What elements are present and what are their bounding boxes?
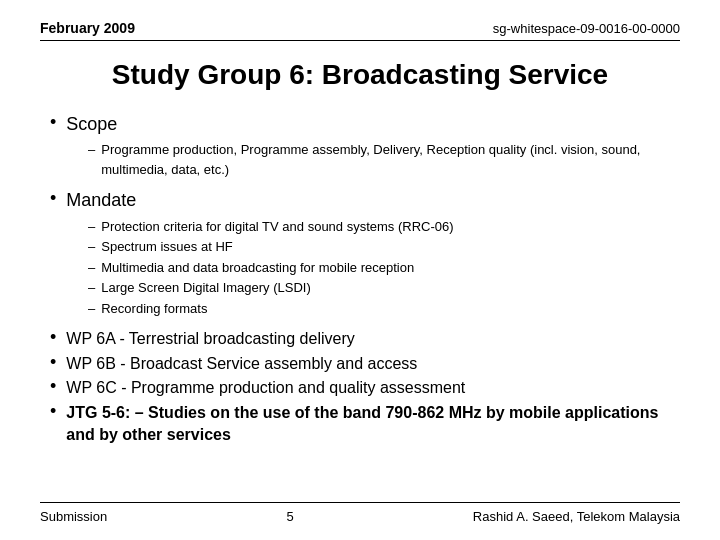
scope-sub-1: – Programme production, Programme assemb… bbox=[88, 140, 670, 179]
mandate-sub-3: – Multimedia and data broadcasting for m… bbox=[88, 258, 670, 278]
wp-text-0: WP 6A - Terrestrial broadcasting deliver… bbox=[66, 328, 354, 350]
wp-dot-2: • bbox=[50, 375, 56, 398]
wp-text-2: WP 6C - Programme production and quality… bbox=[66, 377, 465, 399]
scope-label: Scope bbox=[66, 113, 117, 136]
mandate-dot: • bbox=[50, 187, 56, 210]
scope-dot: • bbox=[50, 111, 56, 134]
mandate-sub-text-2: Spectrum issues at HF bbox=[101, 237, 233, 257]
footer-submission: Submission bbox=[40, 509, 107, 524]
content: • Scope – Programme production, Programm… bbox=[40, 113, 680, 445]
slide-title: Study Group 6: Broadcasting Service bbox=[40, 59, 680, 91]
wp-dot-0: • bbox=[50, 326, 56, 349]
mandate-sub-bullets: – Protection criteria for digital TV and… bbox=[88, 217, 670, 319]
scope-sub-bullets: – Programme production, Programme assemb… bbox=[88, 140, 670, 179]
wp-item-2: • WP 6C - Programme production and quali… bbox=[50, 377, 670, 399]
wp-dot-1: • bbox=[50, 351, 56, 374]
mandate-sub-4: – Large Screen Digital Imagery (LSDI) bbox=[88, 278, 670, 298]
mandate-sub-2: – Spectrum issues at HF bbox=[88, 237, 670, 257]
wp-item-0: • WP 6A - Terrestrial broadcasting deliv… bbox=[50, 328, 670, 350]
wp-text-1: WP 6B - Broadcast Service assembly and a… bbox=[66, 353, 417, 375]
header-date: February 2009 bbox=[40, 20, 135, 36]
mandate-sub-text-3: Multimedia and data broadcasting for mob… bbox=[101, 258, 414, 278]
header: February 2009 sg-whitespace-09-0016-00-0… bbox=[40, 20, 680, 41]
footer-page-number: 5 bbox=[286, 509, 293, 524]
wp-item-1: • WP 6B - Broadcast Service assembly and… bbox=[50, 353, 670, 375]
mandate-sub-text-1: Protection criteria for digital TV and s… bbox=[101, 217, 453, 237]
footer: Submission 5 Rashid A. Saeed, Telekom Ma… bbox=[40, 502, 680, 524]
mandate-section: • Mandate – Protection criteria for digi… bbox=[50, 189, 670, 318]
wp-item-3: • JTG 5-6: – Studies on the use of the b… bbox=[50, 402, 670, 445]
header-doc-id: sg-whitespace-09-0016-00-0000 bbox=[493, 21, 680, 36]
scope-bullet: • Scope bbox=[50, 113, 670, 136]
mandate-sub-5: – Recording formats bbox=[88, 299, 670, 319]
footer-author: Rashid A. Saeed, Telekom Malaysia bbox=[473, 509, 680, 524]
scope-dash-1: – bbox=[88, 140, 95, 160]
mandate-label: Mandate bbox=[66, 189, 136, 212]
mandate-sub-text-4: Large Screen Digital Imagery (LSDI) bbox=[101, 278, 311, 298]
wp-bullets: • WP 6A - Terrestrial broadcasting deliv… bbox=[50, 328, 670, 445]
scope-sub-text-1: Programme production, Programme assembly… bbox=[101, 140, 670, 179]
mandate-sub-1: – Protection criteria for digital TV and… bbox=[88, 217, 670, 237]
scope-section: • Scope – Programme production, Programm… bbox=[50, 113, 670, 179]
wp-text-3: JTG 5-6: – Studies on the use of the ban… bbox=[66, 402, 670, 445]
mandate-bullet: • Mandate bbox=[50, 189, 670, 212]
wp-dot-3: • bbox=[50, 400, 56, 423]
slide: February 2009 sg-whitespace-09-0016-00-0… bbox=[0, 0, 720, 540]
mandate-sub-text-5: Recording formats bbox=[101, 299, 207, 319]
